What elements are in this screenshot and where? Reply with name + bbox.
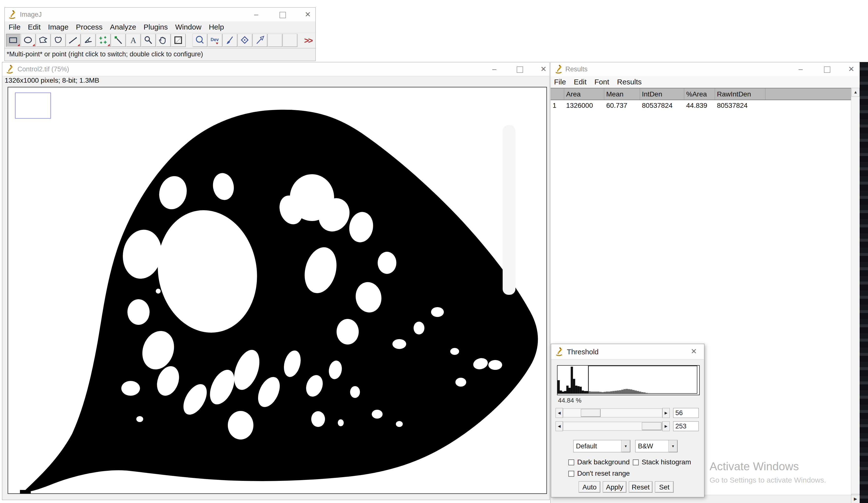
maximize-icon <box>517 66 523 73</box>
imagej-main-window: ImageJ – ✕ FileEditImageProcessAnalyzePl… <box>4 7 316 61</box>
line-tool-icon[interactable] <box>66 34 81 47</box>
close-button[interactable]: ✕ <box>686 344 702 359</box>
slider-left-arrow[interactable]: ◀ <box>556 421 563 431</box>
empty-tool-slot <box>283 34 298 47</box>
slider-left-arrow[interactable]: ◀ <box>556 408 563 418</box>
display-mode-dropdown[interactable]: B&W ▼ <box>635 440 678 452</box>
svg-text:A: A <box>131 36 136 45</box>
slider-thumb[interactable] <box>581 409 601 417</box>
imagej-window-title: ImageJ <box>20 11 42 19</box>
image-window-title: Control2.tif (75%) <box>18 65 69 73</box>
menu-file[interactable]: File <box>554 78 566 86</box>
close-button[interactable]: ✕ <box>536 62 551 76</box>
column-header-intden[interactable]: IntDen <box>640 88 684 100</box>
fill-tool-icon[interactable] <box>238 34 252 47</box>
text-tool-icon[interactable]: A <box>126 34 141 47</box>
display-mode-value: B&W <box>638 442 653 450</box>
angle-tool-icon[interactable] <box>81 34 96 47</box>
threshold-histogram <box>557 365 700 395</box>
menu-window[interactable]: Window <box>175 23 202 31</box>
menu-font[interactable]: Font <box>595 78 609 86</box>
dont-reset-range-checkbox[interactable]: Don't reset range <box>568 470 630 478</box>
slider-right-arrow[interactable]: ▶ <box>662 408 670 418</box>
checkbox-box[interactable] <box>568 471 574 477</box>
stack-histogram-checkbox[interactable]: Stack histogram <box>633 458 691 466</box>
minimize-button[interactable]: – <box>486 62 502 76</box>
auto-button[interactable]: Auto <box>579 481 600 493</box>
maximize-button[interactable] <box>512 62 528 76</box>
column-header-index[interactable] <box>551 88 564 100</box>
image-canvas[interactable] <box>8 87 547 494</box>
column-header-rawintden[interactable]: RawIntDen <box>715 88 765 100</box>
checkbox-box[interactable] <box>633 460 639 465</box>
scroll-right-button[interactable]: ▶ <box>851 495 860 503</box>
slider-thumb[interactable] <box>642 422 662 430</box>
column-header-mean[interactable]: Mean <box>604 88 640 100</box>
menu-plugins[interactable]: Plugins <box>144 23 168 31</box>
min-threshold-value[interactable]: 56 <box>673 408 699 418</box>
point-tool-icon[interactable] <box>96 34 111 47</box>
chevron-down-icon[interactable]: ▼ <box>621 440 630 452</box>
chevron-down-icon[interactable]: ▼ <box>669 440 677 452</box>
menu-file[interactable]: File <box>9 23 20 31</box>
menu-image[interactable]: Image <box>48 23 69 31</box>
set-button[interactable]: Set <box>655 481 674 493</box>
image-window-titlebar[interactable]: Control2.tif (75%) – ✕ <box>2 62 549 76</box>
toolbar-spacer <box>186 34 193 47</box>
picker-tool-icon[interactable] <box>171 34 186 47</box>
imagej-titlebar[interactable]: ImageJ – ✕ <box>5 8 316 22</box>
maximize-button[interactable] <box>819 62 835 76</box>
pipette-tool-icon[interactable] <box>253 34 267 47</box>
faint-artifact <box>503 125 515 295</box>
zoom2-tool-icon[interactable] <box>193 34 207 47</box>
dark-background-checkbox[interactable]: Dark background <box>568 458 630 466</box>
freehand-tool-icon[interactable] <box>51 34 66 47</box>
zoom-tool-icon[interactable] <box>141 34 156 47</box>
imagej-logo-icon <box>555 347 564 356</box>
roi-selection-rectangle[interactable] <box>15 93 51 119</box>
vertical-scrollbar[interactable]: ▲ ▼ <box>851 88 860 503</box>
menu-help[interactable]: Help <box>209 23 224 31</box>
oval-tool-icon[interactable] <box>21 34 36 47</box>
checkbox-box[interactable] <box>568 460 574 465</box>
table-cell: 60.737 <box>604 100 640 112</box>
menu-analyze[interactable]: Analyze <box>110 23 136 31</box>
rectangle-tool-icon[interactable] <box>6 34 21 47</box>
menu-edit[interactable]: Edit <box>574 78 587 86</box>
maximize-icon <box>824 66 830 73</box>
slider-right-arrow[interactable]: ▶ <box>662 421 670 431</box>
minimize-button[interactable]: – <box>793 62 808 76</box>
screen-edge-strip <box>860 62 868 503</box>
close-button[interactable]: ✕ <box>300 8 316 21</box>
table-cell: 1 <box>551 100 564 112</box>
apply-button[interactable]: Apply <box>603 481 627 493</box>
menu-results[interactable]: Results <box>617 78 642 86</box>
table-row[interactable]: 1132600060.7378053782444.83980537824 <box>551 100 851 112</box>
more-tools-button[interactable]: >> <box>304 36 312 45</box>
menu-process[interactable]: Process <box>76 23 102 31</box>
min-threshold-slider[interactable] <box>563 409 662 417</box>
threshold-dialog: Threshold ✕ 44.84 % ◀ ▶ 56 ◀ ▶ 253 Defau… <box>551 344 704 497</box>
method-dropdown[interactable]: Default ▼ <box>573 440 630 452</box>
max-threshold-value[interactable]: 253 <box>673 421 699 431</box>
checkbox-label: Don't reset range <box>577 470 630 477</box>
dev-tool-icon[interactable]: Dev <box>208 34 223 47</box>
table-cell: 80537824 <box>715 100 765 112</box>
polygon-tool-icon[interactable] <box>36 34 51 47</box>
column-header-area[interactable]: Area <box>564 88 604 100</box>
column-header-pctarea[interactable]: %Area <box>684 88 715 100</box>
threshold-titlebar[interactable]: Threshold ✕ <box>551 344 704 360</box>
results-titlebar[interactable]: Results – ✕ <box>551 62 860 76</box>
minimize-button[interactable]: – <box>248 8 264 21</box>
scroll-up-button[interactable]: ▲ <box>851 88 860 97</box>
menu-edit[interactable]: Edit <box>28 23 41 31</box>
checkbox-label: Stack histogram <box>642 458 691 466</box>
empty-tool-slot <box>268 34 282 47</box>
maximize-button[interactable] <box>275 8 291 21</box>
reset-button[interactable]: Reset <box>629 481 652 493</box>
brush-tool-icon[interactable] <box>223 34 237 47</box>
wand-tool-icon[interactable] <box>111 34 126 47</box>
max-threshold-slider[interactable] <box>563 422 662 431</box>
hand-tool-icon[interactable] <box>156 34 171 47</box>
close-button[interactable]: ✕ <box>844 62 859 76</box>
